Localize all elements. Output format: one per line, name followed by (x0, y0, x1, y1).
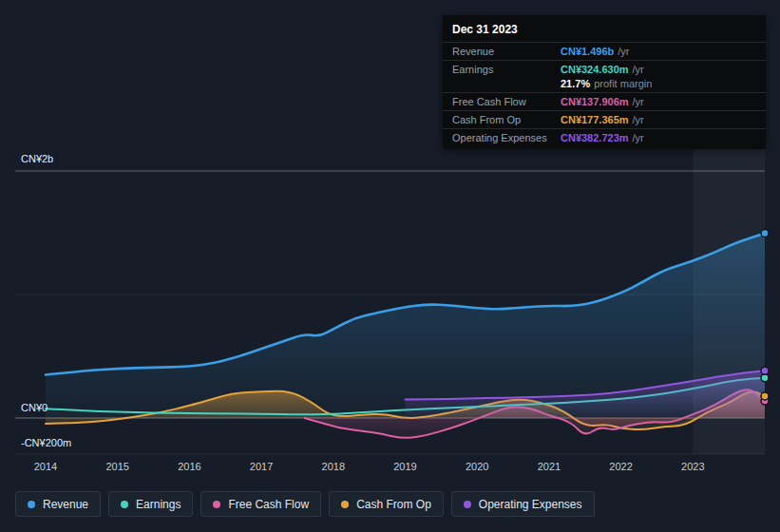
x-axis-label: 2021 (538, 461, 561, 472)
legend-item-free-cash-flow[interactable]: Free Cash Flow (200, 491, 321, 517)
end-dot-revenue[interactable] (761, 230, 769, 238)
tooltip-row-operating-expenses: Operating Expenses CN¥382.723m /yr (443, 128, 766, 146)
tooltip-value: CN¥324.630m (561, 64, 629, 75)
x-axis-label: 2019 (393, 461, 416, 472)
x-axis-label: 2015 (105, 461, 128, 472)
x-axis-label: 2017 (250, 461, 273, 472)
tooltip-label: Free Cash Flow (452, 96, 561, 107)
end-dot-cash-from-op[interactable] (761, 392, 769, 400)
tooltip-suffix: /yr (633, 132, 644, 143)
legend-label: Cash From Op (356, 498, 431, 511)
legend-dot (464, 501, 471, 508)
legend-item-operating-expenses[interactable]: Operating Expenses (451, 491, 595, 517)
tooltip-value: CN¥1.496b (561, 46, 614, 57)
x-axis-label: 2020 (466, 461, 488, 472)
x-axis-label: 2018 (322, 461, 345, 472)
x-axis-label: 2016 (178, 461, 200, 472)
tooltip-value: CN¥177.365m (561, 114, 629, 125)
x-axis-label: 2022 (609, 461, 632, 472)
earnings-revenue-history-panel: CN¥2bCN¥0-CN¥200m20142015201620172018201… (0, 0, 780, 532)
end-dot-earnings[interactable] (761, 374, 769, 382)
tooltip-suffix: profit margin (594, 78, 652, 89)
legend-label: Earnings (136, 498, 181, 511)
legend-dot (121, 501, 128, 508)
tooltip-suffix: /yr (633, 96, 644, 107)
tooltip-value: CN¥382.723m (561, 132, 629, 143)
legend-label: Free Cash Flow (228, 498, 309, 511)
legend-dot (341, 501, 349, 508)
end-dot-operating-expenses[interactable] (761, 367, 769, 374)
legend-label: Operating Expenses (479, 498, 582, 511)
legend-item-earnings[interactable]: Earnings (108, 491, 193, 517)
tooltip-suffix: /yr (633, 114, 644, 125)
legend-dot (213, 501, 220, 508)
tooltip-row-free-cash-flow: Free Cash Flow CN¥137.906m /yr (443, 92, 766, 110)
tooltip-row-profit-margin: 21.7% profit margin (443, 78, 766, 92)
y-axis-label: CN¥0 (21, 402, 48, 413)
chart-legend: Revenue Earnings Free Cash Flow Cash Fro… (15, 491, 595, 517)
tooltip-label: Operating Expenses (452, 132, 561, 143)
legend-item-revenue[interactable]: Revenue (15, 491, 101, 517)
tooltip-value: 21.7% (561, 78, 590, 89)
tooltip-value: CN¥137.906m (561, 96, 629, 107)
tooltip-row-revenue: Revenue CN¥1.496b /yr (443, 42, 766, 60)
tooltip-date: Dec 31 2023 (443, 15, 766, 42)
x-axis-label: 2014 (34, 461, 57, 472)
tooltip-label: Revenue (452, 46, 561, 57)
tooltip-label: Earnings (452, 64, 561, 75)
legend-item-cash-from-op[interactable]: Cash From Op (329, 491, 444, 517)
legend-dot (28, 501, 35, 508)
y-axis-label: -CN¥200m (21, 437, 71, 448)
tooltip-row-cash-from-op: Cash From Op CN¥177.365m /yr (443, 110, 766, 128)
chart-tooltip: Dec 31 2023 Revenue CN¥1.496b /yr Earnin… (443, 15, 766, 149)
tooltip-label: Cash From Op (452, 114, 561, 125)
tooltip-suffix: /yr (633, 64, 644, 75)
legend-label: Revenue (43, 498, 88, 511)
tooltip-suffix: /yr (618, 46, 629, 57)
y-axis-label: CN¥2b (21, 153, 53, 164)
tooltip-row-earnings: Earnings CN¥324.630m /yr (443, 60, 766, 78)
x-axis-label: 2023 (681, 461, 704, 472)
